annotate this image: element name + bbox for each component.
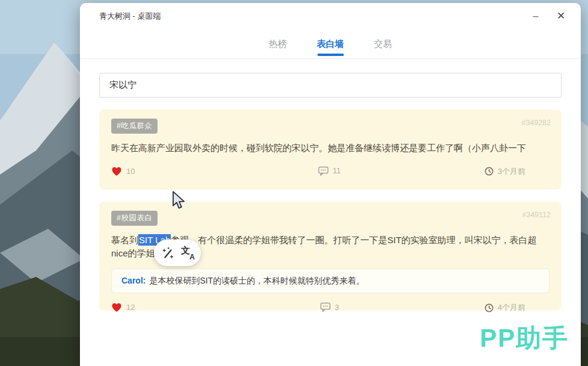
- pp-assistant-watermark: PP助手: [480, 321, 569, 355]
- comment-preview[interactable]: Carol:是本校保研到SIT的读硕士的，本科时候就特别优秀来着。: [111, 268, 550, 294]
- post-tag-badge[interactable]: #校园表白: [111, 211, 158, 226]
- post-tag-badge[interactable]: #吃瓜群众: [111, 119, 158, 134]
- post-id: #349112: [522, 211, 551, 219]
- active-tab-underline: [317, 54, 344, 56]
- app-window: 青大树洞 - 桌面端 – ✕ 热榜 表白墙 交易 #吃瓜群众 #349282 昨…: [80, 3, 581, 366]
- comment-text: 是本校保研到SIT的读硕士的，本科时候就特别优秀来着。: [149, 276, 364, 285]
- search-input[interactable]: [99, 73, 562, 98]
- comment-bubble-icon: [320, 302, 331, 312]
- tab-bar: 热榜 表白墙 交易: [80, 29, 581, 59]
- like-button[interactable]: 12: [111, 302, 135, 312]
- post-time: 4个月前: [485, 302, 525, 313]
- like-button[interactable]: 10: [111, 166, 135, 176]
- tab-trade[interactable]: 交易: [373, 31, 393, 57]
- comments-button[interactable]: 11: [317, 166, 341, 176]
- tab-hot-list-label: 热榜: [269, 39, 287, 49]
- tab-confession-wall-label: 表白墙: [317, 39, 344, 49]
- tab-hot-list[interactable]: 热榜: [268, 31, 288, 57]
- heart-icon: [111, 302, 122, 312]
- comment-bubble-icon: [317, 166, 328, 176]
- post-footer: 10 11 3个月前: [111, 166, 550, 178]
- window-title: 青大树洞 - 桌面端: [99, 3, 161, 29]
- comments-button[interactable]: 3: [320, 302, 339, 312]
- translate-icon[interactable]: 文 A: [181, 246, 194, 259]
- like-count: 10: [126, 167, 135, 176]
- post-footer: 12 3 4个月前: [111, 302, 550, 314]
- comment-author: Carol:: [121, 276, 145, 285]
- comment-count: 11: [332, 166, 341, 175]
- rewrite-wand-icon[interactable]: [161, 246, 175, 260]
- like-count: 12: [126, 303, 135, 312]
- comment-count: 3: [335, 303, 339, 312]
- main-content: #吃瓜群众 #349282 昨天在高新产业园取外卖的时候，碰到软院的宋以宁。她是…: [80, 59, 581, 311]
- post-time-label: 4个月前: [498, 302, 525, 313]
- clock-icon: [485, 167, 494, 176]
- mouse-cursor: [171, 191, 187, 210]
- selection-popup: 文 A: [154, 240, 201, 266]
- post-content-before: 慕名到: [111, 235, 138, 245]
- close-button[interactable]: ✕: [551, 3, 571, 29]
- tab-trade-label: 交易: [374, 39, 392, 49]
- post-card[interactable]: #吃瓜群众 #349282 昨天在高新产业园取外卖的时候，碰到软院的宋以宁。她是…: [99, 110, 562, 190]
- post-content: 昨天在高新产业园取外卖的时候，碰到软院的宋以宁。她是准备继续读博还是要工作了啊（…: [111, 141, 550, 155]
- post-time: 3个月前: [485, 166, 525, 177]
- tab-confession-wall[interactable]: 表白墙: [316, 31, 345, 57]
- post-time-label: 3个月前: [498, 166, 525, 177]
- titlebar: 青大树洞 - 桌面端 – ✕: [80, 3, 581, 29]
- clock-icon: [485, 303, 494, 312]
- post-id: #349282: [521, 119, 551, 127]
- heart-icon: [111, 166, 122, 176]
- minimize-button[interactable]: –: [525, 3, 546, 29]
